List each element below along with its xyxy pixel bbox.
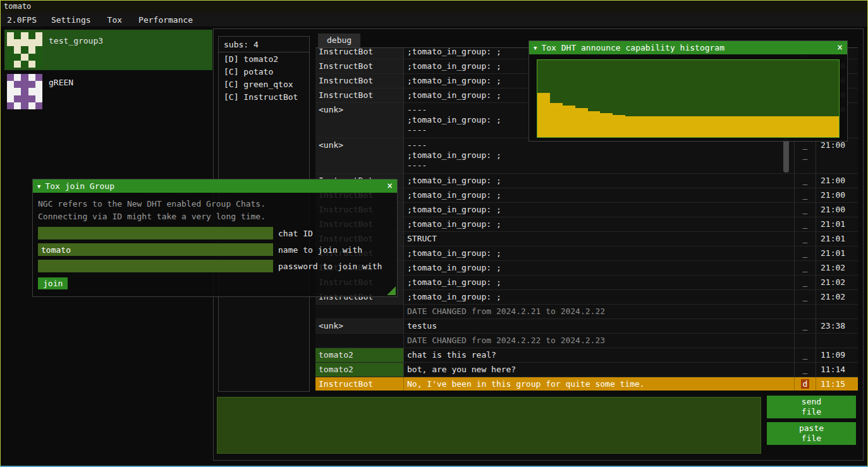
histogram-bar — [814, 116, 826, 137]
histogram-bar — [563, 106, 575, 137]
field-label: name to join with — [278, 245, 362, 255]
chat-id-input[interactable] — [38, 227, 273, 240]
message-timestamp: 21:02 — [816, 261, 858, 275]
group-avatar — [7, 74, 42, 109]
join-button[interactable]: join — [38, 277, 68, 289]
message-sender: InstructBot — [315, 48, 404, 59]
message-sender: <unk> — [315, 319, 404, 333]
message-status: _ _ — [795, 188, 816, 202]
dht-histogram-plot[interactable] — [537, 59, 840, 138]
chat-row[interactable]: DATE CHANGED from 2024.2.22 to 2024.2.23 — [315, 334, 858, 348]
message-timestamp: 11:09 — [816, 348, 858, 362]
close-icon[interactable]: × — [387, 179, 393, 193]
field-label: chat ID — [278, 229, 313, 238]
message-status: _ _ — [795, 246, 816, 260]
chat-row[interactable]: tomato2chat is this real?_ _11:09 — [315, 348, 858, 363]
subs-item[interactable]: [C] potato — [219, 65, 309, 78]
histogram-window-titlebar[interactable]: ▼ Tox DHT announce capability histogram … — [529, 41, 847, 54]
chat-row[interactable]: <unk>testus_ _23:38 — [315, 319, 858, 334]
menu-item-tox[interactable]: Tox — [99, 13, 130, 27]
histogram-bar — [826, 116, 839, 137]
message-status — [795, 305, 816, 318]
menu-item-settings[interactable]: Settings — [43, 13, 99, 27]
histogram-bar — [550, 103, 563, 137]
chat-row[interactable]: tomato2bot, are you new here?_ _11:14 — [315, 363, 858, 377]
message-timestamp: 21:00 — [816, 188, 858, 202]
message-timestamp: 21:00 — [816, 203, 858, 217]
message-status: _ _ — [795, 276, 816, 289]
message-sender: InstructBot — [315, 88, 404, 102]
collapse-icon[interactable]: ▼ — [37, 183, 40, 190]
histogram-bar — [613, 115, 625, 137]
chat-row[interactable]: InstructBotNo, I've been in this group f… — [315, 377, 858, 391]
tab-debug[interactable]: debug — [318, 33, 360, 47]
delivery-indicator: d — [801, 379, 810, 389]
message-text: ;tomato_in_group: ; — [404, 203, 795, 217]
message-timestamp — [816, 334, 858, 348]
histogram-window-title: Tox DHT announce capability histogram — [541, 43, 724, 52]
message-timestamp: 21:01 — [816, 217, 858, 231]
message-text: ;tomato_in_group: ; — [404, 276, 795, 289]
histogram-bar — [537, 93, 550, 137]
join-group-window: ▼ Tox join Group × NGC refers to the New… — [32, 179, 398, 297]
join-password-input[interactable] — [38, 260, 273, 272]
message-status: _ _ — [795, 290, 816, 304]
message-text: STRUCT — [404, 232, 795, 246]
histogram-bar — [588, 111, 601, 137]
message-status: _ _ — [795, 232, 816, 246]
message-text: ;tomato_in_group: ; — [404, 246, 795, 260]
message-sender: InstructBot — [315, 377, 404, 391]
message-input[interactable] — [217, 397, 761, 454]
message-text: ;tomato_in_group: ; — [404, 188, 795, 202]
group-item[interactable]: test_group3 — [4, 30, 212, 70]
send-file-button[interactable]: send file — [767, 396, 856, 418]
histogram-bar — [600, 113, 613, 137]
histogram-bars — [537, 60, 839, 137]
histogram-bar — [738, 116, 751, 137]
join-name-input[interactable] — [38, 243, 273, 256]
message-text: ;tomato_in_group: ; — [404, 261, 795, 275]
ngc-info-line-2: Connecting via ID might take a very long… — [38, 210, 392, 223]
message-status: _ _ — [795, 174, 816, 188]
message-status: _ _ — [795, 138, 816, 173]
message-text: ;tomato_in_group: ; — [404, 217, 795, 231]
app-window: tomato 2.0FPS SettingsToxPerformance tes… — [0, 0, 868, 467]
message-sender: InstructBot — [315, 59, 404, 73]
chat-row[interactable]: DATE CHANGED from 2024.2.21 to 2024.2.22 — [315, 305, 858, 319]
paste-file-button[interactable]: paste file — [767, 422, 856, 445]
message-status: d — [795, 377, 816, 391]
join-field-row: chat ID — [38, 227, 392, 240]
resize-grip[interactable] — [387, 286, 396, 295]
histogram-bar — [776, 116, 789, 137]
subs-item[interactable]: [C] InstructBot — [219, 90, 309, 103]
chat-row[interactable]: <unk>---- ;tomato_in_group: ; ----_ _21:… — [315, 138, 858, 174]
window-title: tomato — [4, 2, 31, 11]
subs-item[interactable]: [C] green_qtox — [219, 78, 309, 90]
message-status: _ _ — [795, 348, 816, 362]
histogram-window: ▼ Tox DHT announce capability histogram … — [529, 40, 848, 142]
message-status — [795, 334, 816, 348]
message-timestamp: 21:02 — [816, 290, 858, 304]
close-icon[interactable]: × — [837, 41, 843, 54]
join-window-title: Tox join Group — [45, 181, 114, 191]
message-sender: <unk> — [315, 103, 404, 138]
message-timestamp: 11:15 — [816, 377, 858, 391]
join-field-row: password to join with — [38, 260, 392, 272]
histogram-bar — [625, 116, 638, 137]
collapse-icon[interactable]: ▼ — [534, 45, 537, 51]
subs-count: subs: 4 — [219, 37, 309, 52]
group-item[interactable]: gREEN — [4, 71, 212, 112]
message-sender: tomato2 — [315, 363, 404, 377]
histogram-bar — [663, 116, 676, 137]
message-text: chat is this real? — [404, 348, 795, 362]
histogram-bar — [700, 116, 713, 137]
subs-item[interactable]: [D] tomato2 — [219, 52, 309, 65]
join-window-titlebar[interactable]: ▼ Tox join Group × — [33, 179, 397, 193]
message-text: DATE CHANGED from 2024.2.22 to 2024.2.23 — [404, 334, 795, 348]
message-sender: InstructBot — [315, 74, 404, 88]
menu-item-performance[interactable]: Performance — [130, 13, 201, 27]
message-timestamp: 21:01 — [816, 232, 858, 246]
message-sender: tomato2 — [315, 348, 404, 362]
join-field-row: name to join with — [38, 243, 392, 256]
message-status: _ _ — [795, 203, 816, 217]
